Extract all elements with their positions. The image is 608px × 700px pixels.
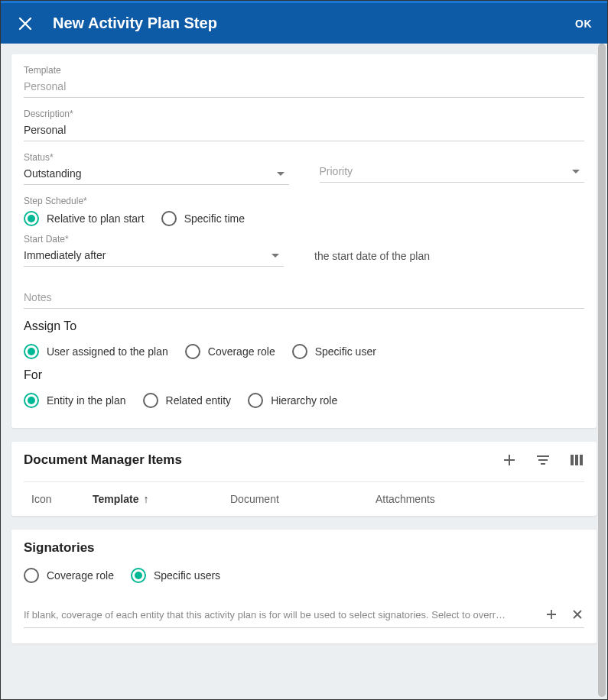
scrollbar-thumb[interactable] (598, 44, 606, 697)
radio-relative-to-plan-start[interactable]: Relative to plan start (24, 211, 145, 226)
radio-label: Hierarchy role (271, 394, 337, 407)
radio-specific-time[interactable]: Specific time (161, 211, 245, 226)
description-value: Personal (24, 124, 584, 136)
document-manager-card: Document Manager Items Icon Template (11, 442, 597, 516)
chevron-down-icon (572, 170, 580, 173)
priority-field[interactable]: Priority (320, 152, 585, 185)
radio-sig-coverage-role[interactable]: Coverage role (24, 568, 114, 583)
radio-icon (143, 393, 158, 408)
clear-icon[interactable] (571, 608, 584, 621)
description-field[interactable]: Description* Personal (24, 109, 584, 141)
content-scroll: Template Personal Description* Personal … (1, 44, 607, 699)
sort-asc-icon: ↑ (143, 493, 148, 505)
signatories-group: Coverage role Specific users (24, 568, 584, 583)
radio-hierarchy-role[interactable]: Hierarchy role (248, 393, 337, 408)
status-field[interactable]: Status* Outstanding (24, 152, 289, 185)
radio-related-entity[interactable]: Related entity (143, 393, 232, 408)
radio-icon (161, 211, 177, 226)
svg-rect-0 (571, 455, 574, 465)
radio-specific-user[interactable]: Specific user (292, 344, 376, 359)
chevron-down-icon (271, 254, 279, 258)
svg-rect-1 (575, 455, 578, 465)
column-attachments[interactable]: Attachments (376, 493, 584, 505)
radio-label: Entity in the plan (47, 394, 126, 407)
column-document[interactable]: Document (230, 493, 376, 505)
radio-label: Coverage role (47, 569, 114, 582)
ok-button[interactable]: OK (575, 18, 592, 30)
radio-label: Specific users (154, 569, 220, 582)
step-schedule-group: Step Schedule* Relative to plan start Sp… (24, 196, 584, 226)
add-icon[interactable] (502, 452, 517, 468)
radio-label: User assigned to the plan (47, 345, 168, 358)
start-date-value: Immediately after (24, 249, 271, 261)
start-date-label: Start Date* (24, 234, 284, 245)
close-icon[interactable] (16, 15, 34, 33)
radio-entity-in-plan[interactable]: Entity in the plan (24, 393, 126, 408)
svg-rect-2 (580, 455, 583, 465)
signatories-title: Signatories (24, 540, 584, 556)
radio-sig-specific-users[interactable]: Specific users (131, 568, 220, 583)
start-date-suffix: the start date of the plan (314, 247, 430, 262)
radio-icon (24, 393, 39, 408)
template-field[interactable]: Template Personal (24, 65, 584, 98)
signatories-card: Signatories Coverage role Specific users… (11, 530, 597, 643)
radio-icon (292, 344, 307, 359)
assign-to-group: User assigned to the plan Coverage role … (24, 344, 584, 359)
radio-label: Relative to plan start (47, 212, 145, 225)
radio-icon (24, 211, 39, 226)
vertical-scrollbar[interactable] (598, 44, 606, 699)
radio-label: Coverage role (208, 345, 275, 358)
filter-icon[interactable] (535, 452, 551, 468)
priority-placeholder: Priority (320, 165, 573, 177)
for-title: For (24, 368, 584, 382)
start-date-field[interactable]: Start Date* Immediately after (24, 234, 284, 267)
assign-to-title: Assign To (24, 319, 584, 333)
chevron-down-icon (277, 172, 284, 176)
column-icon[interactable]: Icon (24, 493, 93, 505)
description-label: Description* (24, 109, 584, 119)
table-header-row: Icon Template ↑ Document Attachments (24, 481, 584, 516)
template-value: Personal (24, 80, 584, 92)
radio-label: Specific user (315, 345, 376, 358)
notes-field[interactable]: Notes (24, 290, 584, 309)
column-template[interactable]: Template ↑ (93, 493, 230, 505)
main-form-card: Template Personal Description* Personal … (11, 54, 597, 428)
radio-coverage-role[interactable]: Coverage role (185, 344, 275, 359)
title-bar: New Activity Plan Step OK (1, 1, 607, 44)
signatories-input[interactable]: If blank, coverage of each entity that t… (24, 604, 584, 628)
radio-icon (24, 568, 39, 583)
status-value: Outstanding (24, 167, 277, 180)
status-label: Status* (24, 152, 289, 163)
signatories-help-text: If blank, coverage of each entity that t… (24, 609, 532, 621)
for-group: Entity in the plan Related entity Hierar… (24, 393, 584, 408)
radio-user-assigned-to-plan[interactable]: User assigned to the plan (24, 344, 168, 359)
document-manager-title: Document Manager Items (24, 452, 502, 468)
add-icon[interactable] (545, 608, 558, 621)
step-schedule-label: Step Schedule* (24, 196, 584, 206)
radio-icon (131, 568, 146, 583)
radio-icon (248, 393, 263, 408)
template-label: Template (24, 65, 584, 76)
radio-label: Specific time (184, 212, 245, 225)
columns-icon[interactable] (569, 452, 584, 468)
radio-icon (185, 344, 200, 359)
notes-placeholder: Notes (24, 291, 584, 303)
column-template-label: Template (93, 493, 138, 505)
dialog-title: New Activity Plan Step (53, 15, 575, 32)
radio-label: Related entity (166, 394, 232, 407)
radio-icon (24, 344, 39, 359)
